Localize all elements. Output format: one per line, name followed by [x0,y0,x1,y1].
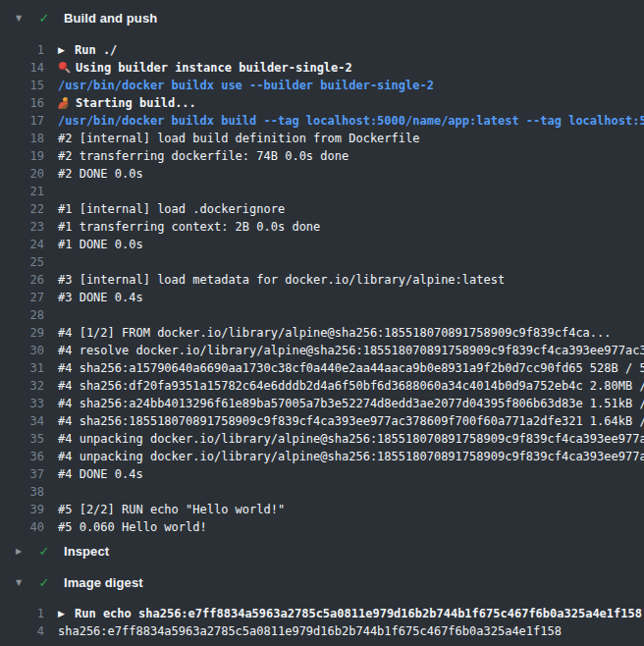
line-text-content: #4 sha256:185518070891758909c9f839cf4ca3… [58,412,644,430]
line-text-content: /usr/bin/docker buildx use --builder bui… [58,77,434,94]
line-number[interactable]: 19 [0,147,44,165]
line-text-content: #4 DONE 0.4s [58,465,143,483]
line-number[interactable]: 36 [0,448,44,465]
log-line: 40#5 0.060 Hello world! [0,518,644,536]
line-text: #1 DONE 0.0s [58,236,143,253]
line-number[interactable]: 15 [0,77,44,94]
line-text: #4 unpacking docker.io/library/alpine@sh… [58,430,644,448]
log-line: 22#1 [internal] load .dockerignore [0,200,644,218]
log-line: 31#4 sha256:a15790640a6690aa1730c38cf0a4… [0,359,644,377]
line-text-content: #4 sha256:df20fa9351a15782c64e6dddb2d4a6… [58,377,644,395]
line-text-content: Starting build... [76,94,196,112]
line-number[interactable]: 35 [0,430,44,448]
play-icon [58,44,75,56]
log-line: 4sha256:e7ff8834a5963a2785c5a0811e979d16… [0,622,644,640]
log-line: 1Run ./ [0,41,644,59]
line-text-content: #1 [internal] load .dockerignore [58,200,285,218]
line-text: Using builder instance builder-single-2 [58,59,352,77]
line-text: #4 sha256:a24bb4013296f61e89ba57005a7b3e… [58,395,644,412]
line-text: #2 transferring dockerfile: 74B 0.0s don… [58,147,349,165]
section-image-digest: ▼✓Image digest1Run echo sha256:e7ff8834a… [0,565,644,640]
line-number[interactable]: 20 [0,165,44,183]
line-number[interactable]: 31 [0,359,44,377]
line-number[interactable]: 28 [0,306,44,324]
line-text: #4 resolve docker.io/library/alpine@sha2… [58,342,644,359]
line-text: #5 [2/2] RUN echo "Hello world!" [58,501,285,518]
log-lines: 1Run echo sha256:e7ff8834a5963a2785c5a08… [0,605,644,640]
line-number[interactable]: 18 [0,130,44,147]
log-line: 16Starting build... [0,94,644,112]
log-line: 15/usr/bin/docker buildx use --builder b… [0,77,644,94]
line-number[interactable]: 21 [0,183,44,200]
line-number[interactable]: 22 [0,200,44,218]
log-line: 28 [0,306,644,324]
log-line: 23#1 transferring context: 2B 0.0s done [0,218,644,236]
line-number[interactable]: 23 [0,218,44,236]
line-number[interactable]: 1 [0,41,44,59]
log-line: 32#4 sha256:df20fa9351a15782c64e6dddb2d4… [0,377,644,395]
log-line: 17/usr/bin/docker buildx build --tag loc… [0,112,644,130]
log-line: 38 [0,483,644,501]
line-number[interactable]: 4 [0,622,44,640]
line-number[interactable]: 14 [0,59,44,77]
section-inspect: ▶✓Inspect [0,536,644,565]
line-text-content: #5 0.060 Hello world! [58,518,207,536]
section-header-image-digest[interactable]: ▼✓Image digest [0,565,644,599]
line-number[interactable]: 27 [0,289,44,306]
line-number[interactable]: 24 [0,236,44,253]
section-header-inspect[interactable]: ▶✓Inspect [0,536,644,565]
success-check-icon: ✓ [37,575,51,590]
line-text-content: #2 [internal] load build definition from… [58,130,419,147]
log-line: 25 [0,253,644,271]
line-text-content: #4 sha256:a24bb4013296f61e89ba57005a7b3e… [58,395,644,412]
log-line: 34#4 sha256:185518070891758909c9f839cf4c… [0,412,644,430]
line-number[interactable]: 25 [0,253,44,271]
line-number[interactable]: 37 [0,465,44,483]
line-number[interactable]: 39 [0,501,44,518]
log-line: 24#1 DONE 0.0s [0,236,644,253]
line-number[interactable]: 34 [0,412,44,430]
line-text: #2 [internal] load build definition from… [58,130,419,147]
chevron-right-icon[interactable]: ▶ [12,547,26,556]
line-text-content: sha256:e7ff8834a5963a2785c5a0811e979d16b… [58,622,562,640]
line-text-content: #2 transferring dockerfile: 74B 0.0s don… [58,147,349,165]
log-line: 27#3 DONE 0.4s [0,289,644,306]
line-number[interactable]: 30 [0,342,44,359]
chevron-down-icon[interactable]: ▼ [12,578,26,587]
line-number[interactable]: 32 [0,377,44,395]
log-line: 29#4 [1/2] FROM docker.io/library/alpine… [0,324,644,342]
log-line: 36#4 unpacking docker.io/library/alpine@… [0,448,644,465]
line-number[interactable]: 29 [0,324,44,342]
chevron-down-icon[interactable]: ▼ [12,14,26,23]
log-line: 1Run echo sha256:e7ff8834a5963a2785c5a08… [0,605,644,622]
log-line: 33#4 sha256:a24bb4013296f61e89ba57005a7b… [0,395,644,412]
line-text: #3 [internal] load metadata for docker.i… [58,271,505,289]
log-line: 20#2 DONE 0.0s [0,165,644,183]
log-line: 21 [0,183,644,200]
log-line: 18#2 [internal] load build definition fr… [0,130,644,147]
line-text: #2 DONE 0.0s [58,165,143,183]
line-number[interactable]: 40 [0,518,44,536]
section-header-build-and-push[interactable]: ▼✓Build and push [0,0,644,35]
line-text-content: #1 DONE 0.0s [58,236,143,253]
line-text-content: #3 DONE 0.4s [58,289,143,306]
line-text-content: #4 unpacking docker.io/library/alpine@sh… [58,448,644,465]
line-text: Starting build... [58,94,196,112]
section-title: Build and push [64,11,157,26]
line-text-content: /usr/bin/docker buildx build --tag local… [58,112,644,130]
line-number[interactable]: 33 [0,395,44,412]
line-text: /usr/bin/docker buildx build --tag local… [58,112,644,130]
line-number[interactable]: 26 [0,271,44,289]
line-text-content: #1 transferring context: 2B 0.0s done [58,218,320,236]
pushpin-icon [58,62,71,75]
line-number[interactable]: 16 [0,94,44,112]
line-number[interactable]: 38 [0,483,44,501]
line-text[interactable]: Run ./ [58,41,117,59]
log-line: 37#4 DONE 0.4s [0,465,644,483]
line-number[interactable]: 1 [0,605,44,622]
log-line: 26#3 [internal] load metadata for docker… [0,271,644,289]
line-number[interactable]: 17 [0,112,44,130]
line-text: sha256:e7ff8834a5963a2785c5a0811e979d16b… [58,622,562,640]
line-text: /usr/bin/docker buildx use --builder bui… [58,77,434,94]
line-text[interactable]: Run echo sha256:e7ff8834a5963a2785c5a081… [58,605,642,622]
